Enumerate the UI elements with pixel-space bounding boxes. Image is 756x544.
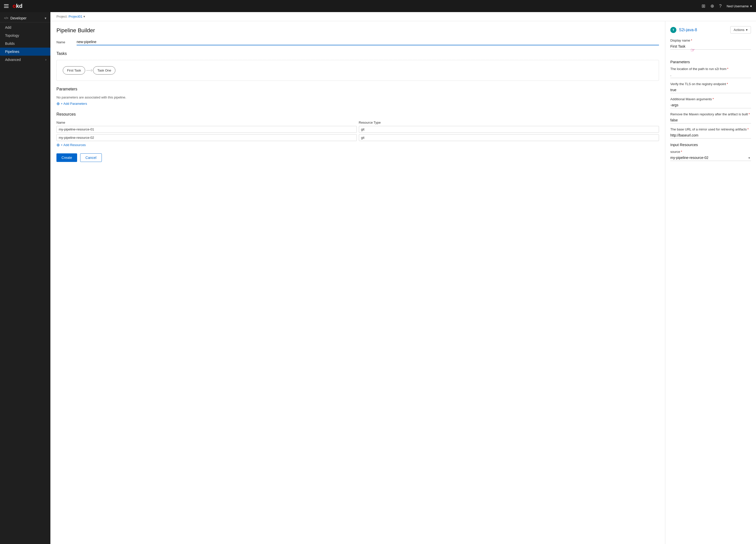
tasks-section: Tasks First Task Task One (56, 51, 659, 81)
task-connector (86, 70, 92, 71)
task-params-title: Parameters (670, 60, 751, 64)
okd-logo: okd (13, 3, 22, 9)
resource-name-input-2[interactable] (56, 134, 357, 141)
advanced-arrow-icon: › (45, 58, 46, 61)
param-3-input[interactable] (670, 117, 751, 123)
param-1-label: Verify the TLS on the registry endpoint … (670, 82, 751, 86)
task-detail-pane: T S2i-java-8 Actions ▾ Display name * (665, 21, 756, 544)
input-resources-title: Input Resources (670, 143, 751, 147)
required-star: * (691, 39, 692, 42)
add-resources-icon: ⊕ (56, 143, 60, 147)
param-4-input[interactable] (670, 132, 751, 139)
project-chevron-icon[interactable]: ▾ (83, 15, 85, 18)
resource-name-input-1[interactable] (56, 126, 357, 133)
actions-label: Actions (734, 28, 744, 32)
parameters-empty-text: No parameters are associated with this p… (56, 96, 659, 99)
sidebar-item-add[interactable]: Add (0, 23, 50, 32)
menu-hamburger[interactable] (4, 4, 9, 8)
user-menu[interactable]: Ned Username ▾ (727, 4, 752, 8)
sidebar-item-label: Pipelines (5, 50, 19, 54)
project-bar: Project: Project01 ▾ (50, 12, 756, 21)
perspective-chevron-icon: ▾ (45, 16, 46, 20)
param-2: Additional Maven arguments * (670, 97, 751, 108)
task-title[interactable]: S2i-java-8 (679, 28, 728, 32)
apps-icon[interactable]: ⊞ (702, 3, 705, 9)
resources-section: Resources Name Resource Type ⊕ (56, 112, 659, 147)
actions-chevron-icon: ▾ (746, 28, 748, 32)
content-panes: Pipeline Builder Name Tasks First Task (50, 21, 756, 544)
task-badge: T (670, 27, 676, 33)
resource-type-input-2[interactable] (359, 134, 659, 141)
param-1: Verify the TLS on the registry endpoint … (670, 82, 751, 93)
sidebar-item-label: Builds (5, 42, 15, 46)
resource-row-1 (56, 126, 659, 133)
perspective-label: Developer (10, 16, 26, 20)
param-1-input[interactable] (670, 87, 751, 93)
resources-title: Resources (56, 112, 659, 117)
tasks-title: Tasks (56, 51, 659, 56)
action-buttons: Create Cancel (56, 153, 659, 162)
page-title: Pipeline Builder (56, 27, 659, 34)
perspective-switcher[interactable]: </> Developer ▾ (0, 14, 50, 22)
sidebar-item-builds[interactable]: Builds (0, 40, 50, 48)
app-body: </> Developer ▾ Add Topology Builds Pipe… (0, 12, 756, 544)
display-name-section: Display name * ☞ (670, 39, 751, 56)
resource-row-2 (56, 134, 659, 141)
sidebar-item-advanced[interactable]: Advanced › (0, 56, 50, 64)
dev-icon: </> (4, 16, 8, 20)
name-input[interactable] (77, 39, 659, 45)
add-resources-link[interactable]: ⊕ + Add Resources (56, 143, 659, 147)
parameters-section: Parameters No parameters are associated … (56, 87, 659, 106)
source-select[interactable]: my-pipeline-resource-02my-pipeline-resou… (670, 155, 751, 161)
param-0: The location of the path to run s2i from… (670, 67, 751, 78)
task-params-section: Parameters The location of the path to r… (670, 60, 751, 139)
source-select-wrapper: my-pipeline-resource-02my-pipeline-resou… (670, 155, 751, 161)
sidebar-item-label: Topology (5, 34, 19, 38)
resources-col-type: Resource Type (359, 121, 659, 124)
add-parameters-label: + Add Parameters (61, 102, 87, 106)
project-prefix: Project: (56, 15, 68, 18)
help-icon[interactable]: ? (719, 4, 722, 9)
add-parameters-icon: ⊕ (56, 101, 60, 106)
sidebar-item-topology[interactable]: Topology (0, 32, 50, 40)
add-circle-icon[interactable]: ⊕ (710, 3, 714, 9)
display-name-label: Display name * (670, 39, 751, 42)
task-detail-header: T S2i-java-8 Actions ▾ (670, 26, 751, 34)
task-node-second[interactable]: Task One (93, 66, 115, 75)
task-node-first[interactable]: First Task (63, 66, 85, 75)
pipeline-builder-pane: Pipeline Builder Name Tasks First Task (50, 21, 665, 544)
param-0-input[interactable] (670, 72, 751, 78)
input-resources-section: Input Resources source * my-pipeline-res… (670, 143, 751, 161)
param-3-label: Remove the Maven repository after the ar… (670, 112, 751, 116)
add-resources-label: + Add Resources (61, 143, 86, 147)
param-4-label: The base URL of a mirror used for retrie… (670, 128, 751, 131)
sidebar: </> Developer ▾ Add Topology Builds Pipe… (0, 12, 50, 544)
source-label: source * (670, 150, 751, 154)
actions-button[interactable]: Actions ▾ (730, 26, 751, 34)
top-nav-icons: ⊞ ⊕ ? (702, 3, 722, 9)
parameters-title: Parameters (56, 87, 659, 91)
resources-header: Name Resource Type (56, 121, 659, 124)
param-0-label: The location of the path to run s2i from… (670, 67, 751, 71)
param-4: The base URL of a mirror used for retrie… (670, 128, 751, 139)
display-name-input[interactable] (670, 43, 751, 50)
param-2-input[interactable] (670, 102, 751, 108)
task-node-label: First Task (67, 69, 81, 72)
tasks-diagram: First Task Task One (56, 60, 659, 81)
user-chevron-icon: ▾ (750, 4, 752, 8)
resources-col-name: Name (56, 121, 357, 124)
sidebar-item-label: Add (5, 25, 11, 29)
task-node-label: Task One (97, 69, 111, 72)
project-name[interactable]: Project01 (69, 15, 82, 18)
create-button[interactable]: Create (56, 153, 77, 162)
sidebar-item-pipelines[interactable]: Pipelines (0, 48, 50, 56)
main-content: Project: Project01 ▾ Pipeline Builder Na… (50, 12, 756, 544)
sidebar-item-label: Advanced (5, 58, 21, 62)
param-3: Remove the Maven repository after the ar… (670, 112, 751, 123)
name-row: Name (56, 39, 659, 45)
param-2-label: Additional Maven arguments * (670, 97, 751, 101)
cancel-button[interactable]: Cancel (80, 153, 102, 162)
resource-type-input-1[interactable] (359, 126, 659, 133)
username-label: Ned Username (727, 4, 749, 8)
add-parameters-link[interactable]: ⊕ + Add Parameters (56, 101, 659, 106)
